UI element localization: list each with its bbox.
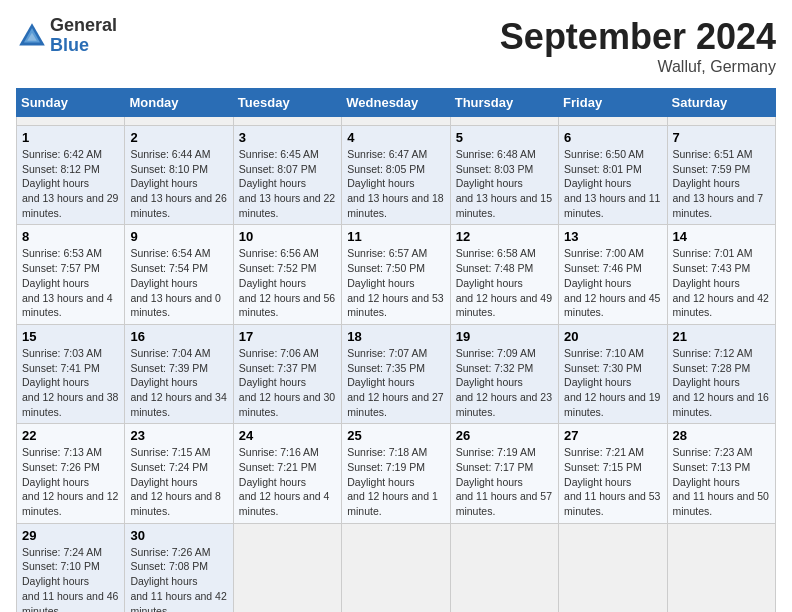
col-thursday: Thursday [450,89,558,117]
day-detail: Sunrise: 6:48 AMSunset: 8:03 PMDaylight … [456,147,553,220]
day-detail: Sunrise: 7:19 AMSunset: 7:17 PMDaylight … [456,445,553,518]
table-row [667,117,775,126]
table-row: 5Sunrise: 6:48 AMSunset: 8:03 PMDaylight… [450,126,558,225]
day-number: 6 [564,130,661,145]
day-detail: Sunrise: 6:47 AMSunset: 8:05 PMDaylight … [347,147,444,220]
day-number: 2 [130,130,227,145]
table-row: 27Sunrise: 7:21 AMSunset: 7:15 PMDayligh… [559,424,667,523]
calendar-week-row: 29Sunrise: 7:24 AMSunset: 7:10 PMDayligh… [17,523,776,612]
day-detail: Sunrise: 6:53 AMSunset: 7:57 PMDaylight … [22,246,119,319]
title-area: September 2024 Walluf, Germany [500,16,776,76]
month-title: September 2024 [500,16,776,58]
table-row [450,523,558,612]
table-row: 23Sunrise: 7:15 AMSunset: 7:24 PMDayligh… [125,424,233,523]
day-detail: Sunrise: 7:23 AMSunset: 7:13 PMDaylight … [673,445,770,518]
header-row: Sunday Monday Tuesday Wednesday Thursday… [17,89,776,117]
day-detail: Sunrise: 7:00 AMSunset: 7:46 PMDaylight … [564,246,661,319]
table-row: 30Sunrise: 7:26 AMSunset: 7:08 PMDayligh… [125,523,233,612]
table-row: 9Sunrise: 6:54 AMSunset: 7:54 PMDaylight… [125,225,233,324]
table-row [125,117,233,126]
calendar-week-row: 15Sunrise: 7:03 AMSunset: 7:41 PMDayligh… [17,324,776,423]
day-detail: Sunrise: 7:26 AMSunset: 7:08 PMDaylight … [130,545,227,612]
table-row: 11Sunrise: 6:57 AMSunset: 7:50 PMDayligh… [342,225,450,324]
day-number: 20 [564,329,661,344]
table-row [233,523,341,612]
logo-text: General Blue [50,16,117,56]
day-number: 13 [564,229,661,244]
table-row: 4Sunrise: 6:47 AMSunset: 8:05 PMDaylight… [342,126,450,225]
table-row: 10Sunrise: 6:56 AMSunset: 7:52 PMDayligh… [233,225,341,324]
day-detail: Sunrise: 7:16 AMSunset: 7:21 PMDaylight … [239,445,336,518]
day-detail: Sunrise: 6:58 AMSunset: 7:48 PMDaylight … [456,246,553,319]
table-row: 28Sunrise: 7:23 AMSunset: 7:13 PMDayligh… [667,424,775,523]
day-number: 3 [239,130,336,145]
calendar-week-row: 1Sunrise: 6:42 AMSunset: 8:12 PMDaylight… [17,126,776,225]
table-row: 21Sunrise: 7:12 AMSunset: 7:28 PMDayligh… [667,324,775,423]
day-number: 8 [22,229,119,244]
table-row: 2Sunrise: 6:44 AMSunset: 8:10 PMDaylight… [125,126,233,225]
day-detail: Sunrise: 7:06 AMSunset: 7:37 PMDaylight … [239,346,336,419]
day-detail: Sunrise: 7:07 AMSunset: 7:35 PMDaylight … [347,346,444,419]
table-row: 16Sunrise: 7:04 AMSunset: 7:39 PMDayligh… [125,324,233,423]
logo-icon [16,20,48,52]
table-row [233,117,341,126]
day-detail: Sunrise: 7:09 AMSunset: 7:32 PMDaylight … [456,346,553,419]
table-row: 3Sunrise: 6:45 AMSunset: 8:07 PMDaylight… [233,126,341,225]
logo-blue: Blue [50,35,89,55]
day-detail: Sunrise: 7:15 AMSunset: 7:24 PMDaylight … [130,445,227,518]
day-detail: Sunrise: 6:54 AMSunset: 7:54 PMDaylight … [130,246,227,319]
day-detail: Sunrise: 7:12 AMSunset: 7:28 PMDaylight … [673,346,770,419]
day-number: 5 [456,130,553,145]
day-detail: Sunrise: 6:44 AMSunset: 8:10 PMDaylight … [130,147,227,220]
day-detail: Sunrise: 6:45 AMSunset: 8:07 PMDaylight … [239,147,336,220]
day-number: 26 [456,428,553,443]
table-row: 26Sunrise: 7:19 AMSunset: 7:17 PMDayligh… [450,424,558,523]
day-number: 22 [22,428,119,443]
day-detail: Sunrise: 7:18 AMSunset: 7:19 PMDaylight … [347,445,444,518]
day-detail: Sunrise: 6:51 AMSunset: 7:59 PMDaylight … [673,147,770,220]
day-number: 24 [239,428,336,443]
logo: General Blue [16,16,117,56]
table-row: 25Sunrise: 7:18 AMSunset: 7:19 PMDayligh… [342,424,450,523]
table-row: 19Sunrise: 7:09 AMSunset: 7:32 PMDayligh… [450,324,558,423]
table-row: 6Sunrise: 6:50 AMSunset: 8:01 PMDaylight… [559,126,667,225]
day-number: 27 [564,428,661,443]
day-number: 23 [130,428,227,443]
table-row [559,523,667,612]
table-row: 12Sunrise: 6:58 AMSunset: 7:48 PMDayligh… [450,225,558,324]
day-number: 14 [673,229,770,244]
table-row: 20Sunrise: 7:10 AMSunset: 7:30 PMDayligh… [559,324,667,423]
table-row: 8Sunrise: 6:53 AMSunset: 7:57 PMDaylight… [17,225,125,324]
day-detail: Sunrise: 6:57 AMSunset: 7:50 PMDaylight … [347,246,444,319]
day-number: 12 [456,229,553,244]
table-row: 22Sunrise: 7:13 AMSunset: 7:26 PMDayligh… [17,424,125,523]
day-number: 28 [673,428,770,443]
day-detail: Sunrise: 7:04 AMSunset: 7:39 PMDaylight … [130,346,227,419]
table-row: 7Sunrise: 6:51 AMSunset: 7:59 PMDaylight… [667,126,775,225]
day-detail: Sunrise: 7:01 AMSunset: 7:43 PMDaylight … [673,246,770,319]
day-number: 7 [673,130,770,145]
col-friday: Friday [559,89,667,117]
day-number: 10 [239,229,336,244]
col-monday: Monday [125,89,233,117]
day-detail: Sunrise: 7:21 AMSunset: 7:15 PMDaylight … [564,445,661,518]
col-wednesday: Wednesday [342,89,450,117]
day-detail: Sunrise: 7:24 AMSunset: 7:10 PMDaylight … [22,545,119,612]
calendar-week-row: 22Sunrise: 7:13 AMSunset: 7:26 PMDayligh… [17,424,776,523]
table-row [667,523,775,612]
day-number: 16 [130,329,227,344]
col-sunday: Sunday [17,89,125,117]
day-number: 21 [673,329,770,344]
day-number: 19 [456,329,553,344]
day-number: 15 [22,329,119,344]
day-detail: Sunrise: 6:50 AMSunset: 8:01 PMDaylight … [564,147,661,220]
table-row: 18Sunrise: 7:07 AMSunset: 7:35 PMDayligh… [342,324,450,423]
table-row: 29Sunrise: 7:24 AMSunset: 7:10 PMDayligh… [17,523,125,612]
day-number: 30 [130,528,227,543]
table-row: 13Sunrise: 7:00 AMSunset: 7:46 PMDayligh… [559,225,667,324]
calendar-table: Sunday Monday Tuesday Wednesday Thursday… [16,88,776,612]
page-header: General Blue September 2024 Walluf, Germ… [16,16,776,76]
day-number: 29 [22,528,119,543]
table-row: 15Sunrise: 7:03 AMSunset: 7:41 PMDayligh… [17,324,125,423]
table-row [450,117,558,126]
